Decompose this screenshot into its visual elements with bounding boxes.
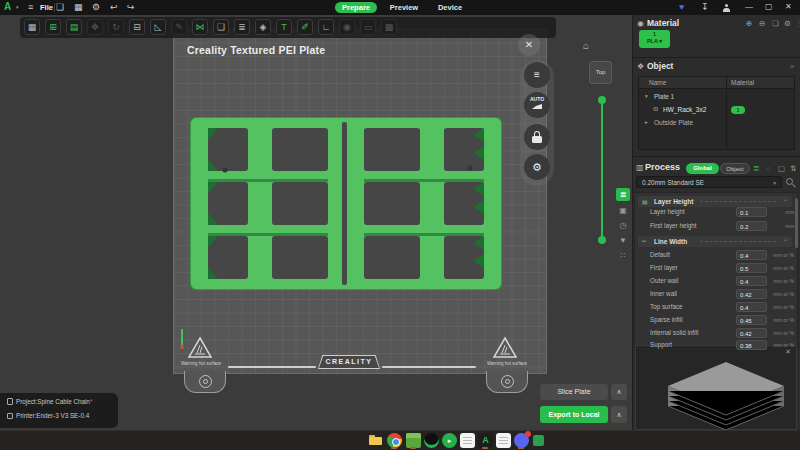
setting-value-input[interactable]: 0.4: [736, 250, 767, 260]
material-add-icon[interactable]: ⊕: [746, 19, 752, 28]
layer-slider-track[interactable]: [601, 100, 603, 240]
user-account-icon[interactable]: [722, 4, 730, 12]
slice-options-chevron[interactable]: ∧: [611, 384, 627, 400]
open-file-icon[interactable]: ❏: [56, 2, 64, 13]
save-icon[interactable]: ▦: [74, 2, 83, 13]
process-list-icon[interactable]: ≣: [753, 164, 759, 173]
slice-plate-button[interactable]: Slice Plate: [540, 384, 608, 400]
paint-support-icon[interactable]: ✐: [297, 19, 313, 35]
material-more-icon[interactable]: ⋮: [795, 19, 800, 28]
plate-settings-icon[interactable]: ▣: [616, 204, 630, 217]
object-row-plate1[interactable]: ▾ Plate 1: [639, 90, 794, 103]
material-edit-icon[interactable]: ❏: [772, 19, 779, 28]
section-line-width[interactable]: ═ Line Width ⌃: [638, 236, 792, 247]
setting-value-input[interactable]: 0.2: [736, 221, 767, 231]
green-utility-icon[interactable]: [533, 435, 544, 446]
frame-tool-icon[interactable]: ▭: [360, 19, 376, 35]
layers-icon[interactable]: ≣: [234, 19, 250, 35]
view-settings-button[interactable]: ⚙: [524, 154, 550, 180]
collapse-icon[interactable]: ⌃: [783, 198, 788, 205]
toggle-global[interactable]: Global: [686, 163, 719, 174]
support-settings-icon[interactable]: ▼: [616, 234, 630, 247]
redo-icon[interactable]: ↪: [127, 2, 135, 13]
minimize-button[interactable]: —: [745, 2, 753, 11]
settings-icon[interactable]: ⚙: [92, 2, 100, 13]
text-tool-icon[interactable]: T: [276, 19, 292, 35]
layer-slider-handle-bottom[interactable]: [598, 236, 606, 244]
pen-icon[interactable]: ✎: [171, 19, 187, 35]
add-model-icon[interactable]: ⊞: [45, 19, 61, 35]
tab-preview[interactable]: Preview: [386, 2, 422, 13]
scale-icon[interactable]: ⊟: [129, 19, 145, 35]
mirror-icon[interactable]: ⋈: [192, 19, 208, 35]
clone-icon[interactable]: ❏: [213, 19, 229, 35]
toggle-object[interactable]: Object: [720, 163, 750, 174]
object-list-button[interactable]: ≡: [524, 62, 550, 88]
export-to-local-button[interactable]: Export to Local: [540, 406, 608, 423]
discord-icon[interactable]: [514, 433, 529, 448]
setting-value-input[interactable]: 0.45: [736, 315, 767, 325]
eye-visibility-icon[interactable]: ⊙: [653, 105, 658, 113]
minecraft-icon[interactable]: [406, 433, 421, 448]
setting-value-input[interactable]: 0.42: [736, 328, 767, 338]
material-chip-pla[interactable]: 1 PLA ▾: [639, 30, 670, 48]
layer-slider-handle-top[interactable]: [598, 96, 606, 104]
history-settings-icon[interactable]: ◷: [616, 219, 630, 232]
logo-caret-icon[interactable]: ▾: [16, 4, 19, 10]
file-explorer-icon[interactable]: [368, 433, 383, 448]
favorites-heart-icon[interactable]: ♥: [679, 2, 684, 12]
auto-arrange-button[interactable]: AUTO: [524, 92, 550, 118]
home-view-icon[interactable]: ⌂: [583, 40, 589, 51]
lay-on-face-icon[interactable]: ◺: [150, 19, 166, 35]
section-icon[interactable]: ◈: [255, 19, 271, 35]
expander-icon[interactable]: ▾: [645, 93, 648, 99]
setting-value-input[interactable]: 0.4: [736, 276, 767, 286]
process-expand-icon[interactable]: ▢: [778, 164, 785, 173]
tab-device[interactable]: Device: [434, 2, 466, 13]
hamburger-menu-icon[interactable]: ≡: [28, 2, 33, 12]
view-cube-top[interactable]: Top: [589, 61, 612, 84]
avatar-tool-icon[interactable]: ◉: [339, 19, 355, 35]
spotify-icon[interactable]: [424, 433, 439, 448]
setting-value-input[interactable]: 0.1: [736, 207, 767, 217]
chrome-icon[interactable]: [387, 433, 402, 448]
material-remove-icon[interactable]: ⊖: [759, 19, 765, 28]
download-icon[interactable]: ↧: [701, 2, 709, 12]
material-settings-icon[interactable]: ⚙: [784, 19, 791, 28]
creality-print-icon[interactable]: A: [478, 433, 493, 448]
object-material-pill[interactable]: 1: [731, 106, 745, 114]
notepad-icon-2[interactable]: [496, 433, 511, 448]
maximize-button[interactable]: ▢: [765, 2, 773, 11]
build-plate-icon[interactable]: ▦: [24, 19, 40, 35]
object-row-hw-rack[interactable]: ⊙ HW_Rack_3x2 1: [639, 103, 794, 116]
export-options-chevron[interactable]: ∧: [611, 406, 627, 423]
file-menu[interactable]: File: [40, 3, 53, 12]
pattern-tool-icon[interactable]: ▩: [381, 19, 397, 35]
process-sort-icon[interactable]: ⇅: [790, 164, 796, 173]
setting-value-input[interactable]: 0.4: [736, 302, 767, 312]
object-row-outside-plate[interactable]: ▸ Outside Plate: [639, 116, 794, 129]
close-panel-icon[interactable]: ✕: [518, 34, 540, 56]
notepad-icon[interactable]: [460, 433, 475, 448]
settings-scrollbar[interactable]: [795, 198, 798, 248]
setting-value-input[interactable]: 0.38: [736, 340, 767, 350]
green-app-icon[interactable]: ▸: [442, 433, 457, 448]
object-menu-icon[interactable]: ≡: [790, 62, 794, 71]
close-button[interactable]: ✕: [785, 2, 792, 11]
lock-view-button[interactable]: [524, 124, 550, 150]
tab-prepare[interactable]: Prepare: [335, 2, 377, 13]
app-logo-icon[interactable]: A: [4, 1, 11, 12]
move-icon[interactable]: ✥: [87, 19, 103, 35]
model-hw-rack-3x2[interactable]: [190, 117, 502, 290]
quality-settings-icon[interactable]: ≣: [616, 188, 630, 201]
setting-value-input[interactable]: 0.5: [736, 263, 767, 273]
preset-dropdown[interactable]: 0.20mm Standard SE ▾: [636, 176, 782, 188]
expander-icon[interactable]: ▸: [645, 119, 648, 125]
collapse-icon[interactable]: ⌃: [783, 238, 788, 245]
undo-icon[interactable]: ↩: [110, 2, 118, 13]
seam-icon[interactable]: ∟: [318, 19, 334, 35]
more-settings-icon[interactable]: ∷: [616, 249, 630, 262]
process-compare-icon[interactable]: ◌: [766, 164, 770, 173]
setting-value-input[interactable]: 0.42: [736, 289, 767, 299]
rotate-icon[interactable]: ↻: [108, 19, 124, 35]
